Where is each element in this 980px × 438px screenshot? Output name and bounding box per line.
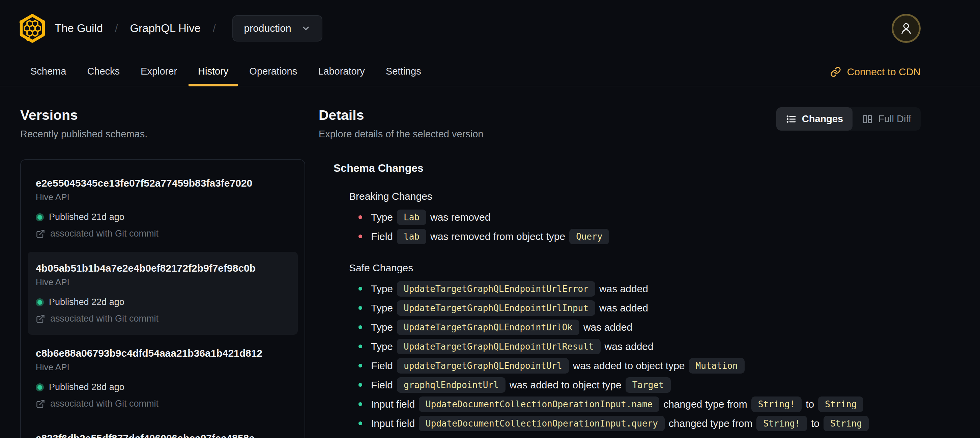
- hive-logo-icon[interactable]: [18, 12, 47, 45]
- versions-panel: Versions Recently published schemas. e2e…: [20, 107, 305, 438]
- code-chip: String: [824, 416, 869, 431]
- breaking-changes-rows: TypeLabwas removedFieldlabwas removed fr…: [349, 207, 921, 246]
- change-row: TypeUpdateTargetGraphQLEndpointUrlInputw…: [349, 298, 921, 317]
- version-status-label: Published 22d ago: [49, 297, 124, 307]
- git-commit-link[interactable]: associated with Git commit: [36, 314, 290, 324]
- tab-laboratory[interactable]: Laboratory: [318, 66, 365, 86]
- tab-operations[interactable]: Operations: [249, 66, 297, 86]
- published-dot-icon: [36, 298, 44, 306]
- user-avatar-button[interactable]: [892, 14, 921, 43]
- version-card[interactable]: a823f6db2a55df877dcf406006abca97fcc4858c…: [28, 422, 298, 438]
- change-row: FieldupdateTargetGraphQLEndpointUrlwas a…: [349, 356, 921, 375]
- details-subtitle: Explore details of the selected version: [319, 129, 483, 140]
- tab-schema[interactable]: Schema: [30, 66, 66, 86]
- code-chip: UpdateTargetGraphQLEndpointUrlOk: [397, 320, 579, 335]
- tab-checks[interactable]: Checks: [87, 66, 120, 86]
- target-selector-dropdown[interactable]: production: [232, 15, 322, 41]
- breadcrumb-org[interactable]: The Guild: [55, 22, 103, 35]
- main-content: Versions Recently published schemas. e2e…: [0, 86, 980, 438]
- link-icon: [830, 67, 841, 77]
- code-chip: UpdateDocumentCollectionOperationInput.n…: [419, 397, 659, 412]
- breadcrumb-separator: /: [115, 22, 118, 34]
- git-commit-link[interactable]: associated with Git commit: [36, 398, 290, 409]
- code-chip: UpdateTargetGraphQLEndpointUrlInput: [397, 300, 595, 316]
- bullet-icon: [358, 344, 362, 348]
- tab-history[interactable]: History: [198, 66, 228, 86]
- details-panel: Details Explore details of the selected …: [319, 107, 921, 438]
- code-chip: graphqlEndpointUrl: [397, 377, 506, 393]
- change-text: Input field: [371, 398, 415, 410]
- code-chip: String: [818, 397, 863, 412]
- change-text: Field: [371, 379, 393, 391]
- version-card[interactable]: c8b6e88a06793b9c4dfd54aaa21b36a1b421d812…: [28, 337, 298, 420]
- bullet-icon: [358, 287, 362, 290]
- change-text: was added: [599, 303, 648, 314]
- change-text: was added: [599, 283, 648, 295]
- change-text: was added: [605, 341, 654, 352]
- breadcrumb-separator: /: [213, 22, 215, 34]
- code-chip: String!: [751, 397, 802, 412]
- tab-explorer[interactable]: Explorer: [141, 66, 177, 86]
- change-row: Input fieldUpdateDocumentCollectionOpera…: [349, 395, 921, 414]
- change-text: was removed from object type: [430, 231, 565, 242]
- change-row: Input fieldUpdateDocumentCollectionOpera…: [349, 414, 921, 433]
- code-chip: updateTargetGraphQLEndpointUrl: [397, 358, 569, 374]
- change-text: to: [811, 418, 819, 429]
- version-service: Hive API: [36, 277, 290, 288]
- code-chip: UpdateTargetGraphQLEndpointUrlResult: [397, 339, 601, 354]
- change-text: was added to object type: [573, 360, 685, 371]
- version-card[interactable]: e2e55045345ce13fe07f52a77459b83fa3fe7020…: [28, 167, 298, 250]
- changes-view-label: Changes: [802, 113, 843, 124]
- external-link-icon: [36, 314, 45, 323]
- details-header: Details Explore details of the selected …: [319, 107, 921, 140]
- version-hash: a823f6db2a55df877dcf406006abca97fcc4858c: [36, 433, 290, 438]
- split-panels-icon: [862, 114, 873, 124]
- code-chip: String!: [756, 416, 807, 431]
- published-dot-icon: [36, 383, 44, 392]
- version-card[interactable]: 4b05ab51b1b4a7e2e4b0ef82172f2b9f7ef98c0b…: [28, 252, 298, 335]
- nav-tabs-row: SchemaChecksExplorerHistoryOperationsLab…: [0, 56, 980, 86]
- breadcrumb-project[interactable]: GraphQL Hive: [130, 22, 200, 35]
- breaking-changes-group: Breaking ChangesTypeLabwas removedFieldl…: [334, 191, 921, 246]
- code-chip: Query: [569, 229, 609, 244]
- change-groups: Breaking ChangesTypeLabwas removedFieldl…: [334, 191, 921, 433]
- view-toggle: Changes Full Diff: [776, 107, 921, 131]
- change-text: Type: [371, 212, 393, 223]
- schema-changes-section: Schema Changes Breaking ChangesTypeLabwa…: [319, 162, 921, 433]
- target-selector-value: production: [244, 22, 291, 34]
- full-diff-view-label: Full Diff: [878, 113, 911, 124]
- code-chip: Lab: [397, 210, 426, 225]
- connect-to-cdn-button[interactable]: Connect to CDN: [830, 66, 921, 86]
- tab-settings[interactable]: Settings: [386, 66, 421, 86]
- code-chip: Target: [625, 377, 671, 393]
- change-text: Input field: [371, 418, 415, 429]
- bullet-icon: [358, 422, 362, 425]
- version-status-label: Published 28d ago: [49, 382, 124, 392]
- code-chip: Mutation: [689, 358, 745, 374]
- change-text: was added: [584, 322, 632, 333]
- git-commit-label: associated with Git commit: [50, 398, 159, 409]
- person-icon: [899, 21, 913, 35]
- safe-changes-rows: TypeUpdateTargetGraphQLEndpointUrlErrorw…: [349, 279, 921, 433]
- git-commit-link[interactable]: associated with Git commit: [36, 228, 290, 239]
- published-dot-icon: [36, 213, 44, 221]
- full-diff-view-button[interactable]: Full Diff: [853, 107, 921, 131]
- safe-changes-title: Safe Changes: [349, 262, 921, 274]
- change-text: changed type from: [669, 418, 752, 429]
- change-row: TypeUpdateTargetGraphQLEndpointUrlErrorw…: [349, 279, 921, 298]
- bullet-icon: [358, 383, 362, 387]
- version-status-label: Published 21d ago: [49, 212, 124, 222]
- code-chip: UpdateDocumentCollectionOperationInput.q…: [419, 416, 665, 431]
- git-commit-label: associated with Git commit: [50, 314, 159, 324]
- change-text: Type: [371, 322, 393, 333]
- bullet-icon: [358, 215, 362, 219]
- change-row: TypeUpdateTargetGraphQLEndpointUrlOkwas …: [349, 317, 921, 337]
- nav-tabs: SchemaChecksExplorerHistoryOperationsLab…: [30, 66, 421, 86]
- safe-changes-group: Safe ChangesTypeUpdateTargetGraphQLEndpo…: [334, 262, 921, 433]
- code-chip: lab: [397, 229, 426, 244]
- versions-title: Versions: [20, 107, 305, 123]
- change-text: Field: [371, 360, 393, 371]
- changes-view-button[interactable]: Changes: [776, 107, 853, 131]
- change-text: Type: [371, 283, 393, 295]
- change-text: Type: [371, 303, 393, 314]
